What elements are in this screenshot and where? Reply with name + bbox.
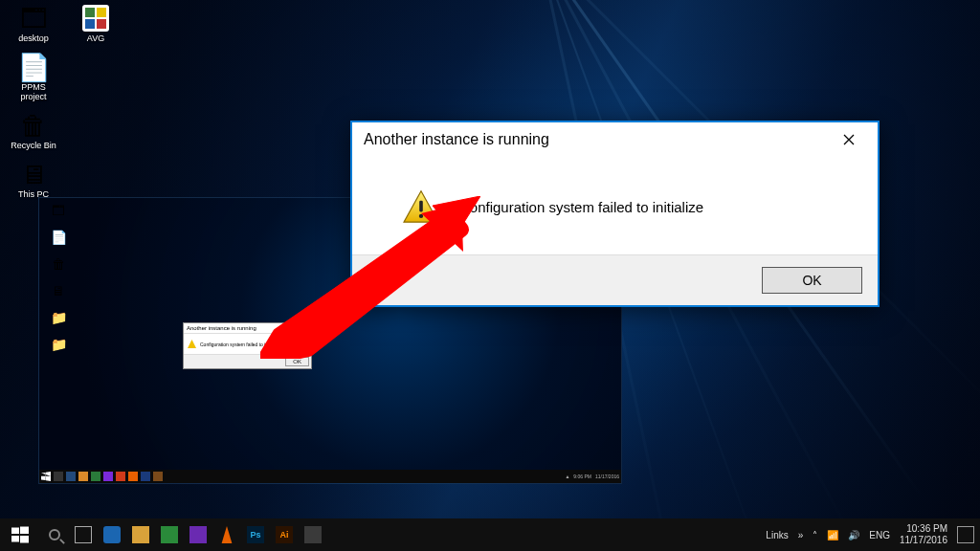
tray-time: 10:36 PM [900,523,947,535]
desktop-icon-avg[interactable]: AVG [67,0,124,46]
ok-button[interactable]: OK [762,267,862,294]
nested-icon: 🗑 [41,253,76,275]
this-pc-icon: 🖥 [18,159,49,189]
dialog-message: Configuration system failed to initializ… [459,199,703,215]
svg-rect-5 [20,527,29,535]
links-label[interactable]: Links [766,530,788,540]
taskbar-ps[interactable]: Ps [241,518,270,551]
folder-icon: 🗔 [18,3,49,33]
nested-date: 11/17/2016 [595,474,619,479]
nested-icon: 🗔 [41,200,76,221]
close-icon: × [304,325,308,331]
taskbar-vlc[interactable] [212,518,241,551]
taskbar-app[interactable] [184,518,212,551]
svg-rect-0 [419,201,423,212]
nested-icon: 📄 [41,227,76,248]
tray-date: 11/17/2016 [900,535,947,546]
tray-volume-icon[interactable]: 🔊 [848,530,859,540]
svg-rect-6 [11,536,19,542]
start-button[interactable] [0,518,40,551]
desktop-icon-recycle[interactable]: 🗑 Recycle Bin [5,107,62,153]
action-center-icon[interactable] [957,526,974,543]
nested-taskbar: ▲ 9:06 PM 11/17/2016 [39,470,621,483]
close-button[interactable] [830,128,868,151]
error-dialog: Another instance is running Configuratio… [350,121,880,307]
taskbar-explorer[interactable] [126,518,155,551]
nested-icon: 📁 [41,307,76,328]
start-icon [41,472,51,481]
svg-rect-4 [11,528,19,535]
icon-label: AVG [87,33,104,43]
windows-icon [11,526,29,543]
tray-language[interactable]: ENG [869,530,890,540]
dialog-title: Another instance is running [364,131,549,148]
avg-icon [80,3,111,33]
taskbar-taskview[interactable] [69,518,98,551]
icon-label: Recycle Bin [11,141,56,150]
taskbar-app2[interactable] [299,518,327,551]
svg-point-1 [419,214,423,218]
warning-icon [402,189,440,224]
desktop-icon-thispc[interactable]: 🖥 This PC [5,156,62,202]
desktop-icon-desktop[interactable]: 🗔 desktop [5,0,62,46]
nested-icon: 🖥 [41,280,76,301]
nested-ok-button: OK [285,357,309,366]
chevron-right-icon[interactable]: » [798,530,804,540]
recycle-bin-icon: 🗑 [18,110,49,141]
desktop-icon-ppms[interactable]: 📄 PPMS project [5,49,62,104]
tray-chevron-up-icon[interactable]: ˄ [813,530,817,540]
dialog-titlebar[interactable]: Another instance is running [352,122,878,157]
nested-time: 9:06 PM [573,474,591,479]
warning-icon [188,340,196,348]
taskbar: Ps Ai Links » ˄ 📶 🔊 ENG 10:36 PM 11/17/2… [0,518,980,551]
tray-network-icon[interactable]: 📶 [827,530,838,540]
close-icon [843,134,855,145]
taskbar-edge[interactable] [98,518,126,551]
dialog-footer: OK [352,254,878,305]
desktop-icons: 🗔 desktop 📄 PPMS project 🗑 Recycle Bin 🖥… [5,0,62,205]
taskbar-tray: Links » ˄ 📶 🔊 ENG 10:36 PM 11/17/2016 [766,523,980,546]
tray-clock[interactable]: 10:36 PM 11/17/2016 [900,523,947,546]
document-icon: 📄 [18,52,49,82]
nested-error-dialog: Another instance is running × Configurat… [183,322,312,369]
svg-rect-7 [20,536,29,543]
icon-label: PPMS project [8,82,59,101]
nested-icon: 📁 [41,334,76,355]
icon-label: desktop [18,33,49,43]
taskbar-search[interactable] [40,518,69,551]
taskbar-store[interactable] [155,518,184,551]
nested-dialog-message: Configuration system failed to initializ… [200,342,281,347]
taskbar-ai[interactable]: Ai [270,518,299,551]
nested-dialog-title: Another instance is running [187,325,256,331]
